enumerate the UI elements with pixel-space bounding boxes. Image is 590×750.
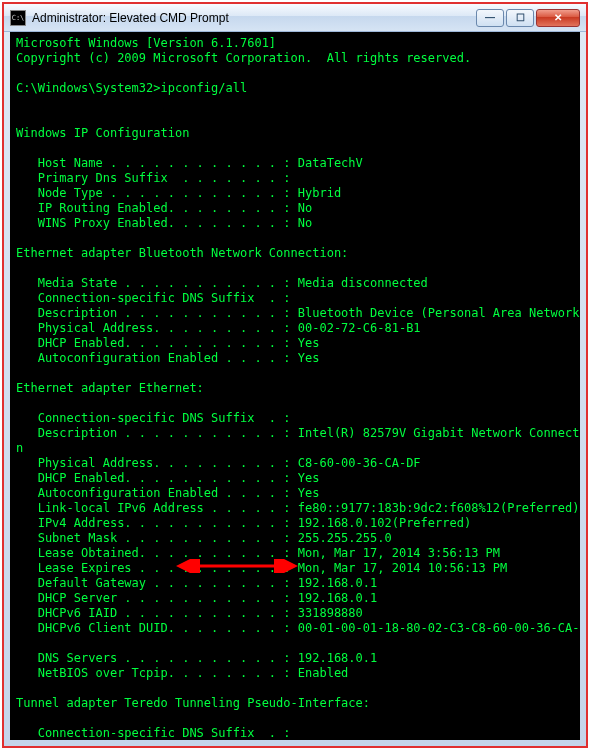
- kv-line: DHCP Enabled. . . . . . . . . . . : Yes: [16, 471, 319, 485]
- kv-line: NetBIOS over Tcpip. . . . . . . . : Enab…: [16, 666, 348, 680]
- kv-line: Physical Address. . . . . . . . . : C8-6…: [16, 456, 421, 470]
- kv-line: Default Gateway . . . . . . . . . : 192.…: [16, 576, 377, 590]
- kv-line: DNS Servers . . . . . . . . . . . : 192.…: [16, 651, 377, 665]
- section-heading: Tunnel adapter Teredo Tunneling Pseudo-I…: [16, 696, 370, 710]
- cmd-window: C:\ Administrator: Elevated CMD Prompt —…: [2, 2, 588, 748]
- section-heading: Windows IP Configuration: [16, 126, 189, 140]
- kv-line: Connection-specific DNS Suffix . :: [16, 291, 291, 305]
- kv-line: Description . . . . . . . . . . . : Inte…: [16, 426, 580, 440]
- kv-line: Node Type . . . . . . . . . . . . : Hybr…: [16, 186, 341, 200]
- kv-line: IP Routing Enabled. . . . . . . . : No: [16, 201, 312, 215]
- section-heading: Ethernet adapter Ethernet:: [16, 381, 204, 395]
- minimize-button[interactable]: —: [476, 9, 504, 27]
- kv-line: DHCP Server . . . . . . . . . . . : 192.…: [16, 591, 377, 605]
- kv-line: Connection-specific DNS Suffix . :: [16, 411, 291, 425]
- line: Microsoft Windows [Version 6.1.7601]: [16, 36, 276, 50]
- kv-line: DHCP Enabled. . . . . . . . . . . : Yes: [16, 336, 319, 350]
- kv-line: WINS Proxy Enabled. . . . . . . . : No: [16, 216, 312, 230]
- window-title: Administrator: Elevated CMD Prompt: [32, 11, 474, 25]
- kv-line: Connection-specific DNS Suffix . :: [16, 726, 291, 740]
- kv-line: Description . . . . . . . . . . . : Blue…: [16, 306, 580, 320]
- kv-line: DHCPv6 Client DUID. . . . . . . . : 00-0…: [16, 621, 580, 635]
- kv-line: Subnet Mask . . . . . . . . . . . : 255.…: [16, 531, 392, 545]
- kv-line-ipv4: IPv4 Address. . . . . . . . . . . : 192.…: [16, 516, 471, 530]
- console-output[interactable]: Microsoft Windows [Version 6.1.7601] Cop…: [10, 32, 580, 740]
- maximize-button[interactable]: ☐: [506, 9, 534, 27]
- cmd-icon: C:\: [10, 10, 26, 26]
- kv-line: DHCPv6 IAID . . . . . . . . . . . : 3318…: [16, 606, 363, 620]
- section-heading: Ethernet adapter Bluetooth Network Conne…: [16, 246, 348, 260]
- kv-line: Autoconfiguration Enabled . . . . : Yes: [16, 486, 319, 500]
- titlebar[interactable]: C:\ Administrator: Elevated CMD Prompt —…: [4, 4, 586, 32]
- prompt-line: C:\Windows\System32>ipconfig/all: [16, 81, 247, 95]
- kv-line: Media State . . . . . . . . . . . : Medi…: [16, 276, 428, 290]
- kv-line: Link-local IPv6 Address . . . . . : fe80…: [16, 501, 580, 515]
- kv-line: n: [16, 441, 23, 455]
- kv-line: Host Name . . . . . . . . . . . . : Data…: [16, 156, 363, 170]
- line: Copyright (c) 2009 Microsoft Corporation…: [16, 51, 471, 65]
- kv-line: Primary Dns Suffix . . . . . . . :: [16, 171, 291, 185]
- kv-line: Lease Obtained. . . . . . . . . . : Mon,…: [16, 546, 500, 560]
- kv-line: Lease Expires . . . . . . . . . . : Mon,…: [16, 561, 507, 575]
- kv-line: Physical Address. . . . . . . . . : 00-0…: [16, 321, 421, 335]
- close-button[interactable]: ✕: [536, 9, 580, 27]
- window-controls: — ☐ ✕: [474, 9, 580, 27]
- kv-line: Autoconfiguration Enabled . . . . : Yes: [16, 351, 319, 365]
